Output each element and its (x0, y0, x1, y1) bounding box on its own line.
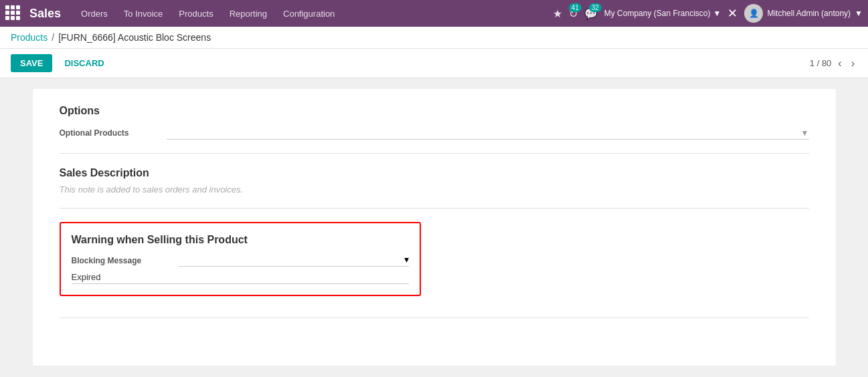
menu-reporting[interactable]: Reporting (223, 5, 274, 23)
save-button[interactable]: SAVE (11, 54, 52, 72)
optional-products-dropdown-icon[interactable]: ▼ (801, 128, 809, 138)
sales-description-placeholder[interactable]: This note is added to sales orders and i… (60, 184, 809, 195)
refresh-icon[interactable]: ↻ 41 (569, 7, 578, 20)
divider-1 (60, 153, 809, 154)
options-title: Options (60, 105, 809, 117)
updates-badge: 41 (569, 3, 582, 12)
brand-label[interactable]: Sales (29, 7, 61, 21)
breadcrumb: Products / [FURN_6666] Acoustic Bloc Scr… (0, 27, 868, 49)
expired-value: Expired (72, 272, 101, 282)
menu-products[interactable]: Products (172, 5, 220, 23)
main-content: Options Optional Products ▼ Sales Descri… (0, 78, 868, 376)
optional-products-input[interactable] (167, 128, 798, 138)
warning-title: Warning when Selling this Product (72, 234, 409, 246)
chat-icon[interactable]: 💬 32 (584, 7, 598, 20)
breadcrumb-separator: / (52, 32, 54, 43)
sales-description-title: Sales Description (60, 167, 809, 179)
topnav-right: ★ ↻ 41 💬 32 My Company (San Francisco) ▼… (553, 4, 863, 23)
menu-to-invoice[interactable]: To Invoice (117, 5, 170, 23)
blocking-message-input-wrap: ▾ (179, 254, 409, 267)
next-page-button[interactable]: › (849, 56, 857, 71)
breadcrumb-parent[interactable]: Products (11, 32, 48, 43)
close-icon[interactable]: ✕ (727, 6, 737, 21)
messages-badge: 32 (589, 3, 602, 12)
blocking-message-dropdown-icon[interactable]: ▾ (404, 254, 409, 265)
expired-value-wrap: Expired (72, 272, 409, 284)
topnav: Sales Orders To Invoice Products Reporti… (0, 0, 868, 27)
company-dropdown-icon: ▼ (713, 9, 721, 18)
avatar: 👤 (744, 4, 763, 23)
optional-products-label: Optional Products (60, 128, 167, 138)
divider-3 (60, 318, 809, 318)
user-name: Mitchell Admin (antony) (767, 9, 851, 18)
company-switcher[interactable]: My Company (San Francisco) ▼ (604, 9, 721, 18)
form-card: Options Optional Products ▼ Sales Descri… (33, 89, 836, 366)
divider-2 (60, 208, 809, 209)
pagination: 1 / 80 ‹ › (810, 56, 857, 71)
apps-menu-icon[interactable] (5, 5, 21, 21)
main-menu: Orders To Invoice Products Reporting Con… (74, 5, 553, 23)
blocking-message-label: Blocking Message (72, 256, 179, 265)
menu-configuration[interactable]: Configuration (276, 5, 341, 23)
user-dropdown-icon: ▼ (855, 9, 863, 18)
action-buttons: SAVE DISCARD (11, 54, 111, 72)
optional-products-field: Optional Products ▼ (60, 128, 809, 140)
star-icon[interactable]: ★ (553, 7, 562, 20)
menu-orders[interactable]: Orders (74, 5, 114, 23)
breadcrumb-current: [FURN_6666] Acoustic Bloc Screens (58, 32, 211, 43)
company-name: My Company (San Francisco) (604, 9, 711, 18)
warning-box: Warning when Selling this Product Blocki… (60, 222, 421, 296)
expired-field: Expired (72, 272, 409, 284)
action-bar: SAVE DISCARD 1 / 80 ‹ › (0, 49, 868, 78)
blocking-message-field: Blocking Message ▾ (72, 254, 409, 267)
prev-page-button[interactable]: ‹ (835, 56, 844, 71)
discard-button[interactable]: DISCARD (58, 54, 110, 72)
pagination-info: 1 / 80 (810, 58, 832, 68)
user-menu[interactable]: 👤 Mitchell Admin (antony) ▼ (744, 4, 863, 23)
optional-products-input-wrap: ▼ (167, 128, 809, 140)
